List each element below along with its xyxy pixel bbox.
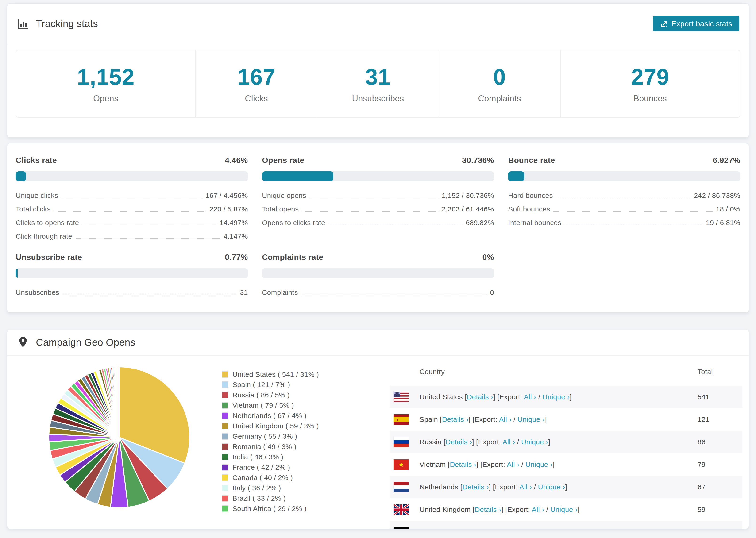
rate-row-label: Unique opens bbox=[262, 191, 306, 201]
rate-title: Bounce rate bbox=[508, 156, 555, 165]
tracking-stats-header: Tracking stats Export basic stats bbox=[7, 4, 749, 44]
export-all-link-vietnam[interactable]: All › bbox=[507, 460, 519, 468]
stat-value: 279 bbox=[631, 64, 669, 90]
rate-block-clicks-rate: Clicks rate4.46%Unique clicks167 / 4.456… bbox=[16, 156, 248, 242]
stat-label: Opens bbox=[93, 94, 119, 103]
country-name: Germany [ bbox=[419, 528, 453, 529]
legend-swatch-color bbox=[222, 454, 228, 460]
rate-row: Hard bounces242 / 86.738% bbox=[508, 187, 740, 201]
column-header-country: Country bbox=[419, 368, 698, 376]
details-link-united-states[interactable]: Details › bbox=[467, 393, 493, 401]
rate-row-value: 1,152 / 30.736% bbox=[442, 191, 494, 201]
export-unique-link-germany[interactable]: Unique › bbox=[529, 528, 556, 529]
country-flag-de bbox=[394, 527, 409, 529]
geo-legend: United States ( 541 / 31% )Spain ( 121 /… bbox=[222, 369, 319, 514]
legend-item-spain[interactable]: Spain ( 121 / 7% ) bbox=[222, 380, 319, 390]
export-unique-link-united-kingdom[interactable]: Unique › bbox=[550, 506, 577, 513]
rate-row: Unique opens1,152 / 30.736% bbox=[262, 187, 494, 201]
stat-cell-complaints: 0Complaints bbox=[439, 50, 561, 117]
export-all-link-russia[interactable]: All › bbox=[503, 438, 515, 446]
total-value: 86 bbox=[698, 438, 742, 446]
stat-value: 0 bbox=[493, 64, 506, 90]
rate-row-leader bbox=[63, 295, 237, 295]
legend-item-south-africa[interactable]: South Africa ( 29 / 2% ) bbox=[222, 504, 319, 514]
link-separator: / bbox=[536, 393, 542, 401]
rate-row-value: 19 / 6.81% bbox=[706, 219, 740, 228]
rate-title: Opens rate bbox=[262, 156, 304, 165]
legend-swatch-color bbox=[222, 464, 228, 470]
export-unique-link-russia[interactable]: Unique › bbox=[521, 438, 549, 446]
legend-label: Italy ( 36 / 2% ) bbox=[233, 484, 281, 492]
legend-item-germany[interactable]: Germany ( 55 / 3% ) bbox=[222, 431, 319, 442]
campaign-geo-opens-card: Campaign Geo Opens United States ( 541 /… bbox=[7, 330, 749, 529]
country-cell: Vietnam [Details ›] [Export: All › / Uni… bbox=[419, 460, 698, 468]
legend-swatch bbox=[222, 412, 228, 419]
stat-value: 167 bbox=[237, 64, 276, 90]
stat-value: 1,152 bbox=[77, 64, 135, 90]
rate-value: 0% bbox=[482, 252, 494, 262]
legend-item-france[interactable]: France ( 42 / 2% ) bbox=[222, 462, 319, 472]
link-separator: / bbox=[519, 460, 525, 468]
export-unique-link-united-states[interactable]: Unique › bbox=[542, 393, 569, 401]
total-value: 121 bbox=[698, 415, 742, 423]
legend-label: India ( 46 / 3% ) bbox=[233, 453, 283, 461]
total-value: 67 bbox=[698, 483, 742, 491]
export-all-link-netherlands[interactable]: All › bbox=[519, 483, 532, 491]
rate-row-value: 0 bbox=[490, 289, 494, 298]
legend-item-italy[interactable]: Italy ( 36 / 2% ) bbox=[222, 483, 319, 493]
legend-item-united-states[interactable]: United States ( 541 / 31% ) bbox=[222, 369, 319, 380]
details-link-russia[interactable]: Details › bbox=[446, 438, 472, 446]
rate-row-label: Soft bounces bbox=[508, 205, 550, 215]
table-row-russia: Russia [Details ›] [Export: All › / Uniq… bbox=[390, 431, 742, 453]
export-all-link-germany[interactable]: All › bbox=[510, 528, 523, 529]
country-cell: United Kingdom [Details ›] [Export: All … bbox=[419, 506, 698, 513]
details-link-spain[interactable]: Details › bbox=[442, 415, 469, 423]
rate-row: Click through rate4.147% bbox=[16, 228, 248, 242]
country-cell: Netherlands [Details ›] [Export: All › /… bbox=[419, 483, 698, 491]
export-all-link-united-states[interactable]: All › bbox=[524, 393, 536, 401]
export-unique-link-vietnam[interactable]: Unique › bbox=[525, 460, 553, 468]
country-flag-vn bbox=[394, 459, 409, 470]
legend-item-russia[interactable]: Russia ( 86 / 5% ) bbox=[222, 390, 319, 400]
rate-value: 6.927% bbox=[713, 156, 740, 165]
legend-item-brazil[interactable]: Brazil ( 33 / 2% ) bbox=[222, 493, 319, 504]
bracket-close: ] bbox=[556, 528, 558, 529]
legend-swatch-color bbox=[222, 475, 228, 480]
legend-item-vietnam[interactable]: Vietnam ( 79 / 5% ) bbox=[222, 400, 319, 410]
total-value: 59 bbox=[698, 506, 742, 513]
rate-row-leader bbox=[62, 198, 202, 198]
legend-item-romania[interactable]: Romania ( 49 / 3% ) bbox=[222, 442, 319, 452]
export-unique-link-netherlands[interactable]: Unique › bbox=[538, 483, 565, 491]
rate-rows: Unique opens1,152 / 30.736%Total opens2,… bbox=[262, 187, 494, 228]
legend-label: Canada ( 40 / 2% ) bbox=[233, 474, 293, 482]
progress-fill bbox=[16, 268, 18, 278]
rate-row-label: Hard bounces bbox=[508, 191, 553, 201]
legend-swatch bbox=[222, 402, 228, 409]
legend-item-india[interactable]: India ( 46 / 3% ) bbox=[222, 452, 319, 462]
legend-item-canada[interactable]: Canada ( 40 / 2% ) bbox=[222, 472, 319, 483]
details-link-united-kingdom[interactable]: Details › bbox=[475, 506, 501, 513]
legend-swatch bbox=[222, 506, 228, 512]
geo-pie-chart bbox=[46, 364, 192, 510]
legend-label: United States ( 541 / 31% ) bbox=[233, 370, 319, 378]
legend-swatch bbox=[222, 392, 228, 398]
rate-row: Total opens2,303 / 61.446% bbox=[262, 201, 494, 215]
country-name: United Kingdom [ bbox=[419, 506, 475, 513]
rate-title-row: Unsubscribe rate0.77% bbox=[16, 252, 248, 262]
details-link-vietnam[interactable]: Details › bbox=[450, 460, 476, 468]
stat-cell-clicks: 167Clicks bbox=[196, 50, 317, 117]
country-cell: Russia [Details ›] [Export: All › / Uniq… bbox=[419, 438, 698, 446]
legend-item-united-kingdom[interactable]: United Kingdom ( 59 / 3% ) bbox=[222, 421, 319, 431]
details-link-netherlands[interactable]: Details › bbox=[462, 483, 489, 491]
rate-row-leader bbox=[328, 225, 462, 225]
details-link-germany[interactable]: Details › bbox=[453, 528, 480, 529]
rate-value: 4.46% bbox=[225, 156, 248, 165]
export-unique-link-spain[interactable]: Unique › bbox=[517, 415, 545, 423]
export-all-link-spain[interactable]: All › bbox=[499, 415, 512, 423]
country-flag-es bbox=[394, 414, 409, 425]
legend-item-netherlands[interactable]: Netherlands ( 67 / 4% ) bbox=[222, 410, 319, 421]
export-basic-stats-button[interactable]: Export basic stats bbox=[653, 16, 739, 31]
geo-title: Campaign Geo Opens bbox=[36, 337, 135, 348]
legend-swatch bbox=[222, 371, 228, 378]
export-all-link-united-kingdom[interactable]: All › bbox=[532, 506, 544, 513]
